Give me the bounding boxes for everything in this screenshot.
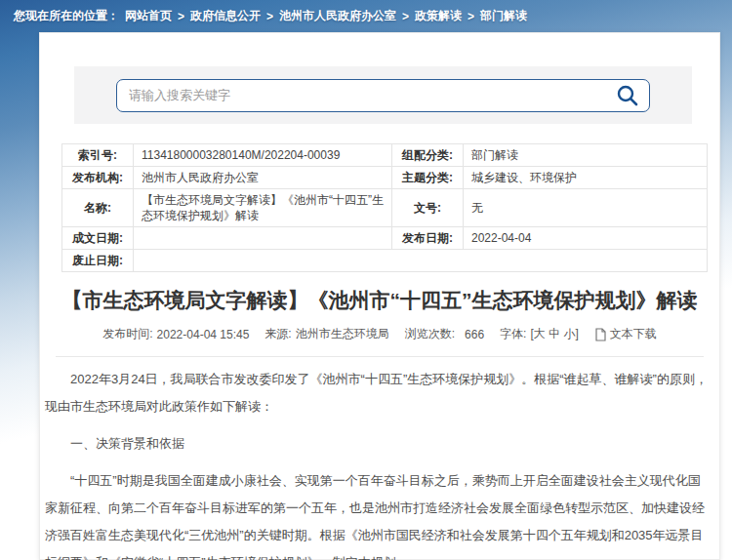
breadcrumb-item-policy[interactable]: 政策解读 (415, 8, 462, 24)
font-size-label: 字体: (500, 326, 526, 342)
breadcrumb-separator: > (178, 10, 184, 23)
field-label-group: 组配分类: (392, 144, 464, 167)
breadcrumb: 您现在所在的位置： 网站首页 > 政府信息公开 > 池州市人民政府办公室 > 政… (0, 0, 732, 32)
field-label-repeal-date: 废止日期: (62, 250, 134, 272)
view-count-label: 浏览次数: (405, 326, 455, 342)
field-value-publish-date: 2022-04-04 (464, 227, 708, 250)
search-icon[interactable] (615, 83, 640, 108)
source: 来源: 池州市生态环境局 (264, 326, 388, 342)
field-label-name: 名称: (62, 189, 134, 227)
field-label-topic: 主题分类: (392, 167, 464, 189)
field-label-publish-date: 发布日期: (392, 227, 464, 250)
field-value-index: 11341800003280140M/202204-00039 (134, 144, 392, 167)
field-value-group: 部门解读 (464, 144, 708, 167)
document-icon (594, 328, 607, 341)
article-meta: 发布时间: 2022-04-04 15:45 来源: 池州市生态环境局 浏览次数… (40, 326, 719, 342)
breadcrumb-separator: > (266, 10, 273, 23)
paragraph-intro: 2022年3月24日，我局联合市发改委印发了《池州市“十四五”生态环境保护规划》… (45, 366, 708, 420)
table-row: 名称: 【市生态环境局文字解读】《池州市“十四五”生态环境保护规划》解读 文号:… (62, 189, 708, 227)
download-label: 文本下载 (610, 326, 657, 342)
breadcrumb-separator: > (468, 10, 474, 23)
search-panel (74, 66, 692, 124)
field-value-doc-number: 无 (464, 189, 708, 227)
breadcrumb-prefix: 您现在所在的位置： (14, 8, 119, 24)
field-label-written-date: 成文日期: (62, 227, 134, 250)
search-input[interactable] (116, 79, 650, 112)
font-size-setting: 字体: [大 中 小] (500, 326, 579, 342)
field-label-doc-number: 文号: (392, 189, 464, 227)
page: 您现在所在的位置： 网站首页 > 政府信息公开 > 池州市人民政府办公室 > 政… (0, 0, 732, 560)
view-count: 浏览次数: 666 (405, 326, 484, 342)
font-size-controls[interactable]: [大 中 小] (530, 326, 578, 342)
page-title: 【市生态环境局文字解读】《池州市“十四五”生态环境保护规划》解读 (60, 286, 700, 315)
field-label-agency: 发布机构: (62, 167, 134, 189)
paragraph-background: “十四五”时期是我国全面建成小康社会、实现第一个百年奋斗目标之后，乘势而上开启全… (45, 467, 708, 560)
breadcrumb-item-home[interactable]: 网站首页 (125, 8, 172, 24)
publish-time-value: 2022-04-04 15:45 (157, 328, 250, 341)
publish-time: 发布时间: 2022-04-04 15:45 (102, 326, 249, 342)
field-value-written-date (134, 227, 392, 250)
download-link[interactable]: 文本下载 (594, 326, 657, 342)
table-row: 成文日期: 发布日期: 2022-04-04 (62, 227, 708, 250)
field-label-index: 索引号: (62, 144, 134, 167)
breadcrumb-separator: > (402, 10, 409, 23)
source-value: 池州市生态环境局 (296, 326, 389, 342)
table-row: 索引号: 11341800003280140M/202204-00039 组配分… (62, 144, 708, 167)
publish-time-label: 发布时间: (102, 326, 152, 342)
section-heading-background: 一、决策背景和依据 (45, 430, 708, 458)
field-value-topic: 城乡建设、环境保护 (464, 167, 708, 189)
search-box (116, 79, 650, 112)
article-body: 2022年3月24日，我局联合市发改委印发了《池州市“十四五”生态环境保护规划》… (40, 357, 719, 560)
field-value-agency: 池州市人民政府办公室 (134, 167, 392, 189)
field-value-repeal-date (134, 250, 708, 272)
source-label: 来源: (264, 326, 291, 342)
table-row: 发布机构: 池州市人民政府办公室 主题分类: 城乡建设、环境保护 (62, 167, 708, 189)
field-value-name: 【市生态环境局文字解读】《池州市“十四五”生态环境保护规划》解读 (134, 189, 392, 227)
breadcrumb-item-office[interactable]: 池州市人民政府办公室 (279, 8, 396, 24)
content-card: 索引号: 11341800003280140M/202204-00039 组配分… (39, 32, 720, 560)
breadcrumb-item-gov-info[interactable]: 政府信息公开 (190, 8, 261, 24)
breadcrumb-item-department[interactable]: 部门解读 (480, 8, 527, 24)
metadata-table: 索引号: 11341800003280140M/202204-00039 组配分… (61, 143, 708, 272)
table-row: 废止日期: (62, 250, 708, 272)
view-count-value: 666 (465, 328, 484, 341)
